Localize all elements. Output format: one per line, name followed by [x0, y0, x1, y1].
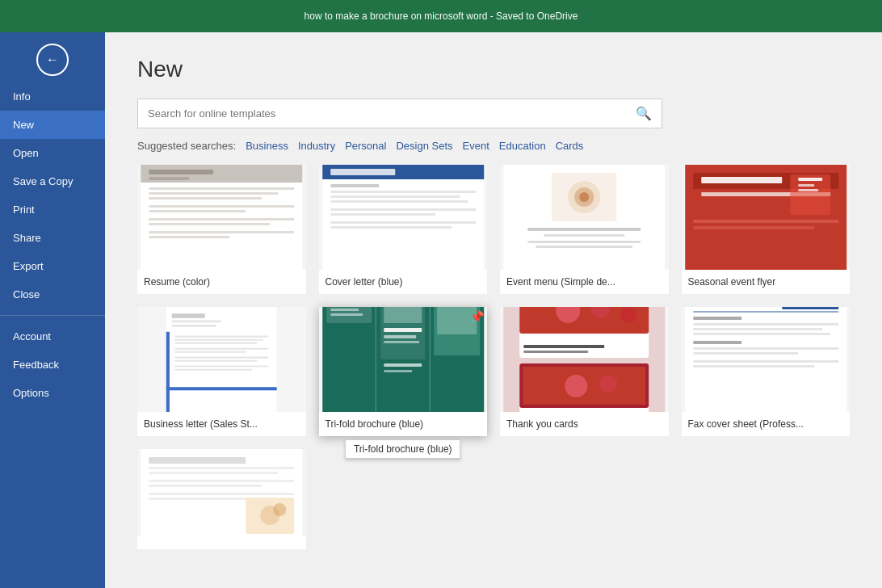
template-wedding-checklist[interactable] [137, 449, 306, 549]
svg-rect-99 [693, 311, 838, 313]
svg-rect-9 [149, 218, 294, 220]
sidebar-divider [0, 315, 105, 316]
search-input[interactable] [138, 101, 626, 126]
svg-rect-8 [149, 210, 246, 212]
svg-rect-58 [174, 369, 252, 371]
svg-rect-115 [149, 493, 294, 495]
sidebar-item-info[interactable]: Info [0, 82, 105, 111]
svg-rect-74 [384, 370, 412, 372]
svg-rect-30 [544, 234, 624, 237]
svg-rect-39 [798, 178, 822, 181]
search-button[interactable]: 🔍 [626, 99, 662, 128]
svg-rect-65 [330, 313, 363, 316]
svg-rect-31 [527, 241, 640, 243]
svg-rect-111 [149, 467, 294, 469]
suggested-searches: Suggested searches: Business Industry Pe… [137, 140, 850, 152]
back-button[interactable]: ← [36, 44, 69, 76]
svg-rect-105 [693, 347, 838, 350]
sidebar-item-print[interactable]: Print [0, 195, 105, 224]
template-event-menu[interactable]: Event menu (Simple de... [500, 165, 669, 294]
svg-rect-6 [149, 197, 262, 200]
svg-rect-108 [693, 365, 814, 368]
template-label-thankyou: Thank you cards [500, 412, 669, 436]
template-fax-cover[interactable]: Fax cover sheet (Profess... [682, 307, 850, 436]
svg-rect-42 [693, 220, 838, 223]
template-label-business: Business letter (Sales St... [137, 412, 306, 436]
template-seasonal-flyer[interactable]: Seasonal event flyer [682, 165, 850, 294]
svg-rect-92 [685, 307, 846, 412]
svg-rect-19 [330, 200, 468, 203]
svg-rect-20 [330, 208, 476, 211]
svg-rect-29 [527, 228, 640, 231]
svg-rect-46 [172, 320, 222, 322]
sidebar-item-options[interactable]: Options [0, 379, 105, 407]
template-resume-color[interactable]: Resume (color) [137, 165, 306, 294]
pin-icon: 📌 [470, 310, 484, 323]
template-label-cover: Cover letter (blue) [319, 270, 488, 294]
template-tooltip-brochure: Tri-fold brochure (blue) [345, 439, 461, 459]
template-business-letter[interactable]: Business letter (Sales St... [137, 307, 306, 436]
svg-rect-13 [322, 165, 484, 270]
sidebar-item-open[interactable]: Open [0, 139, 105, 167]
sidebar-item-account[interactable]: Account [0, 322, 105, 351]
title-text: how to make a brochure on microsoft word… [304, 10, 578, 22]
templates-grid: Resume (color) [137, 165, 850, 549]
svg-rect-106 [693, 352, 798, 355]
template-thankyou-cards[interactable]: Thank you cards [500, 307, 669, 436]
svg-point-119 [273, 503, 286, 516]
suggested-event[interactable]: Event [463, 140, 489, 152]
suggested-industry[interactable]: Industry [298, 140, 335, 152]
svg-rect-32 [536, 246, 632, 248]
template-trifold-brochure[interactable]: Tri-fold brochure (blue) 📌 Tri-fold broc… [319, 307, 488, 436]
svg-rect-107 [693, 360, 838, 363]
svg-rect-16 [330, 184, 379, 187]
content-area: New 🔍 Suggested searches: Business Indus… [105, 32, 882, 588]
template-label-wedding [137, 536, 306, 549]
sidebar-item-feedback[interactable]: Feedback [0, 351, 105, 379]
svg-rect-113 [149, 480, 294, 482]
svg-rect-43 [693, 226, 814, 229]
sidebar-item-share[interactable]: Share [0, 224, 105, 252]
svg-point-88 [565, 375, 587, 397]
suggested-cards[interactable]: Cards [556, 140, 584, 152]
template-label-seasonal: Seasonal event flyer [682, 270, 850, 294]
sidebar-item-close[interactable]: Close [0, 280, 105, 309]
svg-rect-47 [172, 325, 216, 327]
svg-rect-64 [330, 309, 359, 311]
template-thumb-resume [137, 165, 306, 270]
sidebar-item-export[interactable]: Export [0, 252, 105, 280]
svg-rect-44 [166, 307, 277, 412]
search-icon: 🔍 [636, 107, 652, 120]
svg-rect-41 [798, 189, 818, 191]
sidebar-item-new[interactable]: New [0, 111, 105, 139]
svg-rect-57 [174, 366, 268, 368]
template-label-resume: Resume (color) [137, 270, 306, 294]
template-thumb-brochure [319, 307, 488, 412]
suggested-education[interactable]: Education [499, 140, 546, 152]
svg-rect-53 [174, 348, 268, 350]
svg-rect-12 [149, 236, 229, 238]
sidebar: ← Info New Open Save a Copy Print Share … [0, 32, 105, 588]
svg-rect-48 [166, 332, 170, 412]
page-title: New [137, 57, 850, 82]
svg-rect-84 [523, 351, 588, 353]
suggested-label: Suggested searches: [137, 140, 236, 152]
template-thumb-seasonal [682, 165, 850, 270]
template-thumb-cover [319, 165, 488, 270]
svg-rect-110 [149, 457, 246, 464]
template-cover-letter[interactable]: Cover letter (blue) [319, 165, 488, 294]
template-thumb-wedding [137, 449, 306, 536]
suggested-personal[interactable]: Personal [345, 140, 386, 152]
svg-rect-100 [693, 317, 741, 320]
svg-rect-104 [693, 341, 741, 344]
svg-point-81 [620, 307, 636, 323]
suggested-design-sets[interactable]: Design Sets [396, 140, 452, 152]
svg-rect-10 [149, 223, 270, 225]
svg-rect-23 [330, 226, 452, 229]
sidebar-item-save-copy[interactable]: Save a Copy [0, 167, 105, 195]
svg-rect-22 [330, 221, 476, 224]
suggested-business[interactable]: Business [246, 140, 288, 152]
svg-rect-68 [384, 328, 422, 332]
svg-rect-82 [523, 338, 588, 342]
svg-rect-54 [174, 351, 246, 353]
